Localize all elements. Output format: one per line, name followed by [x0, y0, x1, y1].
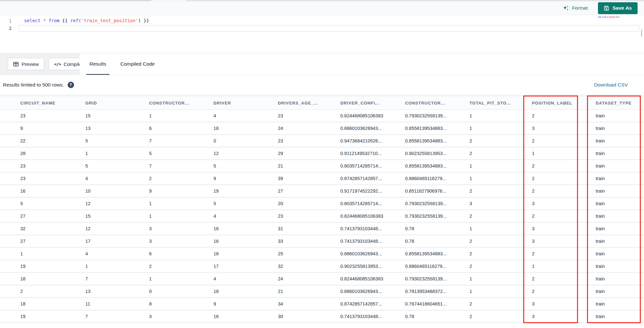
table-cell: 0.7413793103448...: [320, 314, 385, 319]
table-cell: 1: [449, 226, 512, 231]
save-icon: [604, 5, 609, 11]
browser-tab-strip: [0, 0, 644, 1]
table-cell: 2: [449, 301, 512, 306]
table-cell: 16: [193, 226, 258, 231]
table-cell: 18: [193, 126, 258, 131]
table-cell: 27: [0, 239, 65, 244]
download-csv-link[interactable]: Download CSV: [594, 82, 628, 88]
tab-strip-active-segment[interactable]: [151, 0, 186, 1]
table-cell: 1: [512, 151, 575, 156]
line-number: 2: [0, 26, 12, 31]
table-cell: 3: [512, 239, 575, 244]
code-token: 'train_test_position': [81, 18, 138, 23]
table-cell: 23: [0, 176, 65, 181]
table-cell: 3: [449, 201, 512, 206]
table-cell: 0.78: [385, 226, 449, 231]
save-as-button[interactable]: Save As: [598, 2, 638, 14]
column-header: DRIVER: [193, 101, 258, 105]
table-cell: 5: [65, 163, 129, 169]
table-cell: 4: [193, 214, 258, 219]
column-header: CONSTRUCTOR...: [129, 101, 193, 105]
table-cell: 3: [129, 314, 193, 319]
table-cell: train: [575, 276, 644, 281]
table-cell: 17: [65, 239, 129, 244]
table-cell: 31: [258, 226, 320, 231]
table-cell: 15: [65, 214, 129, 219]
table-cell: train: [575, 214, 644, 219]
table-row: 23429390.8742857142857...0.8860465116279…: [0, 173, 644, 185]
table-cell: 4: [193, 113, 258, 118]
results-table-header: CIRCUIT_NAMEGRIDCONSTRUCTOR...DRIVERDRIV…: [0, 96, 644, 110]
code-line[interactable]: select * from {{ ref('train_test_positio…: [24, 18, 149, 23]
table-cell: 6: [129, 251, 193, 256]
table-row: 2717316330.7413793103448...0.7823train: [0, 235, 644, 248]
table-cell: 0.8860103626943...: [320, 289, 385, 294]
table-cell: 1: [449, 126, 512, 131]
help-icon[interactable]: ?: [68, 82, 74, 88]
table-cell: train: [575, 163, 644, 169]
table-cell: 16: [193, 314, 258, 319]
table-cell: 2: [129, 176, 193, 181]
table-cell: 2: [512, 138, 575, 143]
table-cell: 2: [449, 264, 512, 269]
table-cell: 12: [65, 226, 129, 231]
table-cell: 2: [512, 163, 575, 169]
tab-results[interactable]: Results: [90, 53, 106, 75]
table-cell: 3: [512, 126, 575, 131]
table-cell: train: [575, 314, 644, 319]
line-number: 1: [0, 18, 12, 23]
column-header: GRID: [65, 101, 129, 105]
active-line-highlight: [18, 25, 639, 32]
column-header: DATASET_TYPE: [575, 101, 644, 105]
table-cell: 1: [0, 251, 65, 256]
results-panel-toolbar: Preview </> Compile Results Compiled Cod…: [0, 53, 644, 75]
table-cell: 0.9023255813953...: [320, 264, 385, 269]
table-row: 181189340.8742857142857...0.767441860465…: [0, 298, 644, 311]
table-cell: 7: [65, 314, 129, 319]
table-cell: 1: [449, 113, 512, 118]
table-cell: 32: [258, 264, 320, 269]
table-cell: train: [575, 301, 644, 306]
editor-scrollbar[interactable]: [641, 30, 642, 37]
table-row: 913618240.8860103626943...0.855813953488…: [0, 123, 644, 135]
table-cell: 0.7674418604651...: [385, 301, 449, 306]
tab-compiled-code[interactable]: Compiled Code: [120, 53, 155, 75]
table-cell: 2: [512, 289, 575, 294]
table-cell: 3: [129, 239, 193, 244]
table-cell: 0.8742857142857...: [320, 176, 385, 181]
table-cell: 39: [258, 176, 320, 181]
table-cell: 0.8558139534883...: [385, 163, 449, 169]
table-cell: 9: [129, 188, 193, 194]
table-cell: 0.8860103626943...: [320, 251, 385, 256]
table-row: 51215200.8035714285714...0.7930232558139…: [0, 198, 644, 210]
table-row: 23575210.8035714285714...0.8558139534883…: [0, 160, 644, 173]
table-cell: 1: [449, 289, 512, 294]
table-cell: 3: [512, 301, 575, 306]
editor-minimap: [598, 16, 620, 18]
code-editor[interactable]: 1 2 select * from {{ ref('train_test_pos…: [0, 15, 644, 53]
table-cell: 0.7930232558139...: [385, 276, 449, 281]
table-cell: 23: [0, 113, 65, 118]
table-cell: train: [575, 138, 644, 143]
table-cell: 0.824468085106383: [320, 276, 385, 281]
table-cell: 0.78: [385, 314, 449, 319]
code-token: ): [138, 18, 141, 23]
preview-label: Preview: [22, 61, 39, 67]
tab-results-label: Results: [90, 61, 106, 67]
table-cell: 1: [129, 276, 193, 281]
table-cell: 0: [129, 289, 193, 294]
table-cell: 1: [512, 264, 575, 269]
format-button[interactable]: Format: [561, 5, 590, 12]
code-token: *: [43, 18, 46, 23]
results-table: CIRCUIT_NAMEGRIDCONSTRUCTOR...DRIVERDRIV…: [0, 95, 644, 323]
table-cell: 0.7813953488372...: [385, 289, 449, 294]
table-row: 197316300.7413793103448...0.7823train: [0, 311, 644, 323]
table-cell: 29: [258, 151, 320, 156]
table-cell: 18: [0, 276, 65, 281]
table-cell: 1: [449, 176, 512, 181]
preview-button[interactable]: Preview: [8, 58, 44, 70]
table-cell: 0.7930232558139...: [385, 113, 449, 118]
table-cell: 3: [512, 314, 575, 319]
table-cell: 23: [258, 138, 320, 143]
table-cell: 0.9473684210526...: [320, 138, 385, 143]
